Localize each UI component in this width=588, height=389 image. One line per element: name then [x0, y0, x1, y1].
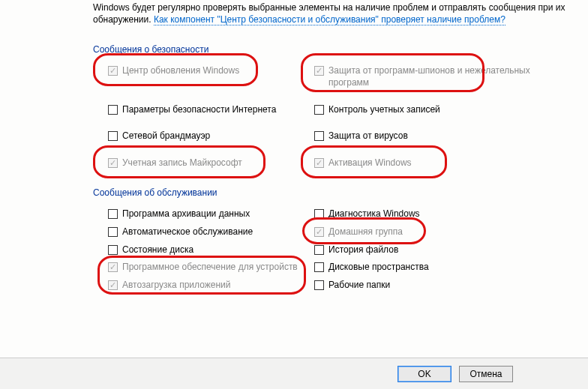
checkbox-ms-account: ✓	[108, 158, 118, 168]
checkbox-app-startup: ✓	[108, 280, 118, 290]
maintenance-options: Программа архивации данных Диагностика W…	[93, 208, 573, 291]
ok-button[interactable]: OK	[398, 366, 452, 382]
checkbox-work-folders[interactable]	[314, 280, 324, 290]
label-device-software: Программное обеспечение для устройств	[122, 262, 298, 274]
checkbox-uac[interactable]	[314, 105, 324, 115]
checkbox-homegroup: ✓	[314, 227, 324, 237]
label-file-history: История файлов	[328, 244, 398, 256]
checkbox-spyware: ✓	[314, 66, 324, 76]
label-virus: Защита от вирусов	[328, 130, 408, 142]
checkbox-auto-maint[interactable]	[108, 227, 118, 237]
intro-text: Windows будет регулярно проверять выбран…	[93, 1, 573, 25]
intro-help-link[interactable]: Как компонент "Центр безопасности и обсл…	[154, 14, 506, 25]
checkbox-disk-state[interactable]	[108, 245, 118, 255]
label-work-folders: Рабочие папки	[328, 280, 390, 292]
label-ms-account: Учетная запись Майкрософт	[122, 157, 242, 169]
label-win-diag: Диагностика Windows	[328, 208, 420, 220]
label-spyware: Защита от программ-шпионов и нежелательн…	[328, 65, 532, 88]
checkbox-device-software: ✓	[108, 262, 118, 272]
label-auto-maint: Автоматическое обслуживание	[122, 226, 253, 238]
section-title-maintenance: Сообщения об обслуживании	[93, 187, 573, 198]
checkbox-windows-update: ✓	[108, 66, 118, 76]
checkbox-file-history[interactable]	[314, 245, 324, 255]
label-homegroup: Домашняя группа	[328, 226, 403, 238]
label-app-startup: Автозагрузка приложений	[122, 280, 230, 292]
label-firewall: Сетевой брандмауэр	[122, 130, 210, 142]
security-options: ✓ Центр обновления Windows ✓ Защита от п…	[93, 65, 573, 169]
checkbox-storage-spaces[interactable]	[314, 262, 324, 272]
settings-panel: Windows будет регулярно проверять выбран…	[0, 1, 588, 291]
checkbox-firewall[interactable]	[108, 131, 118, 141]
checkbox-win-diag[interactable]	[314, 209, 324, 219]
label-inet-security: Параметры безопасности Интернета	[122, 104, 276, 116]
checkbox-virus[interactable]	[314, 131, 324, 141]
label-backup: Программа архивации данных	[122, 208, 250, 220]
label-activation: Активация Windows	[328, 157, 412, 169]
button-bar: OK Отмена	[0, 358, 588, 389]
label-uac: Контроль учетных записей	[328, 104, 440, 116]
checkbox-inet-security[interactable]	[108, 105, 118, 115]
checkbox-backup[interactable]	[108, 209, 118, 219]
label-disk-state: Состояние диска	[122, 244, 194, 256]
section-title-security: Сообщения о безопасности	[93, 44, 573, 55]
label-windows-update: Центр обновления Windows	[122, 65, 239, 77]
checkbox-activation: ✓	[314, 158, 324, 168]
label-storage-spaces: Дисковые пространства	[328, 262, 429, 274]
cancel-button[interactable]: Отмена	[459, 366, 513, 382]
